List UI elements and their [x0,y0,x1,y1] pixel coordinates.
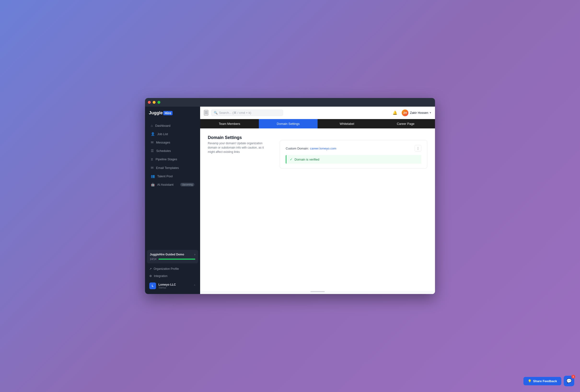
avatar: ZH [402,110,408,116]
logo-text: Juggle [149,111,163,116]
progress-bar-bg [158,259,195,260]
domain-label-area: Custom Domain: career.lomeyo.com [286,146,336,150]
close-button[interactable] [148,101,151,104]
feedback-icon: 💡 [528,379,532,383]
tab-career-page[interactable]: Career Page [376,119,435,129]
menu-toggle-button[interactable]: ☰ [204,110,208,116]
messages-icon: ✉ [151,140,154,144]
tab-domain-settings[interactable]: Domain Settings [259,119,317,129]
tabs-bar: Team Members Domain Settings Whitelabel … [200,119,435,129]
sidebar-item-label: Messages [156,141,194,144]
chevron-up-icon: ⌃ [193,284,196,287]
sidebar-item-label: Dashboard [155,124,194,128]
domain-value: career.lomeyo.com [310,147,336,150]
sidebar-item-pipeline-stages[interactable]: ⧖ Pipeline Stages [147,155,198,163]
org-profile-label: Organization Profile [154,267,179,270]
company-row[interactable]: L Lomeyo LLC Startup ⌃ [147,280,198,291]
ai-assistant-icon: 🤖 [151,183,155,186]
page-info: Domain Settings Revamp your domain! Upda… [208,135,270,169]
progress-text: 14/14 [150,258,156,261]
verified-text: Domain is verified [294,158,319,161]
minimize-button[interactable] [153,101,155,104]
sidebar-item-label: AI Assistant [157,183,178,186]
domain-label: Custom Domain: [286,147,309,150]
notification-bell[interactable]: 🔔 [391,109,399,117]
sidebar-item-ai-assistant[interactable]: 🤖 AI Assistant Upcoming [147,180,198,189]
sidebar: Juggle Hire ⌂ Dashboard 👤 Job List ✉ Mes… [145,107,200,294]
company-type: Startup [158,286,191,289]
progress-bar-fill [158,259,195,260]
topbar: ☰ 🔍 Search... (⌘ / cmd + k) 🔔 ZH Zakir H… [200,107,435,119]
main-area: ☰ 🔍 Search... (⌘ / cmd + k) 🔔 ZH Zakir H… [200,107,435,294]
sidebar-item-integration[interactable]: ⚙ Integration [147,272,198,280]
pipeline-icon: ⧖ [151,157,153,161]
dashboard-icon: ⌂ [151,124,153,128]
scrollbar-area [200,291,435,294]
company-name: Lomeyo LLC [158,283,191,286]
more-options-button[interactable]: ⋮ [415,145,421,152]
sidebar-item-email-templates[interactable]: ✉ Email Templates [147,164,198,172]
maximize-button[interactable] [157,101,160,104]
company-logo: L [149,282,156,289]
company-info: Lomeyo LLC Startup [158,283,191,289]
sidebar-item-schedules[interactable]: ☰ Schedules [147,147,198,155]
mac-window: Juggle Hire ⌂ Dashboard 👤 Job List ✉ Mes… [145,98,435,294]
chat-badge: 1 [571,375,575,379]
user-name: Zakir Hossen [410,111,428,115]
sidebar-item-dashboard[interactable]: ⌂ Dashboard [147,122,198,130]
sidebar-item-job-list[interactable]: 👤 Job List [147,130,198,138]
domain-card: Custom Domain: career.lomeyo.com ⋮ ✓ Dom… [280,140,427,169]
integration-icon: ⚙ [149,274,152,278]
sidebar-item-label: Job List [157,132,194,136]
talent-pool-icon: 👥 [151,174,155,178]
tab-team-members[interactable]: Team Members [200,119,259,129]
domain-section: Custom Domain: career.lomeyo.com ⋮ ✓ Dom… [280,135,427,169]
content-area: Domain Settings Revamp your domain! Upda… [200,129,435,291]
tab-whitelabel[interactable]: Whitelabel [317,119,376,129]
schedules-icon: ☰ [151,149,154,153]
logo-area: Juggle Hire [145,107,200,119]
sidebar-bottom: JuggleHire Guided Demo › 14/14 ↗ Organiz… [145,247,200,294]
page-subtitle: Revamp your domain! Update organization … [208,141,270,154]
page-title: Domain Settings [208,135,270,140]
sidebar-item-org-profile[interactable]: ↗ Organization Profile [147,265,198,272]
scrollbar-indicator [310,291,325,292]
search-icon: 🔍 [214,111,218,115]
verified-check-icon: ✓ [290,157,293,161]
search-box[interactable]: 🔍 Search... (⌘ / cmd + k) [211,110,283,116]
external-link-icon: ↗ [149,267,152,270]
sidebar-item-talent-pool[interactable]: 👥 Talent Pool [147,172,198,180]
guided-demo-title: JuggleHire Guided Demo [150,253,184,256]
upcoming-badge: Upcoming [180,183,194,186]
integration-label: Integration [154,274,167,278]
sidebar-nav: ⌂ Dashboard 👤 Job List ✉ Messages ☰ Sche… [145,119,200,247]
bottom-actions: 💡 Share Feedback 💬 1 [523,376,574,386]
domain-header: Custom Domain: career.lomeyo.com ⋮ [286,145,421,152]
guided-demo-card[interactable]: JuggleHire Guided Demo › 14/14 [147,250,198,263]
sidebar-item-label: Email Templates [156,166,194,170]
share-feedback-button[interactable]: 💡 Share Feedback [523,377,561,385]
job-list-icon: 👤 [151,132,155,136]
user-area[interactable]: ZH Zakir Hossen ▾ [402,110,431,116]
sidebar-item-label: Talent Pool [157,174,194,178]
sidebar-item-label: Schedules [156,149,194,153]
sidebar-item-messages[interactable]: ✉ Messages [147,138,198,146]
email-templates-icon: ✉ [151,166,154,170]
chat-icon: 💬 [566,378,572,384]
verified-banner: ✓ Domain is verified [286,155,421,164]
chevron-right-icon: › [194,253,195,256]
logo-badge: Hire [163,111,172,115]
titlebar [145,98,435,107]
chat-button[interactable]: 💬 1 [564,376,574,386]
share-feedback-label: Share Feedback [533,379,557,383]
search-placeholder: Search... (⌘ / cmd + k) [219,111,251,115]
sidebar-item-label: Pipeline Stages [155,157,194,161]
chevron-down-icon: ▾ [430,111,431,114]
